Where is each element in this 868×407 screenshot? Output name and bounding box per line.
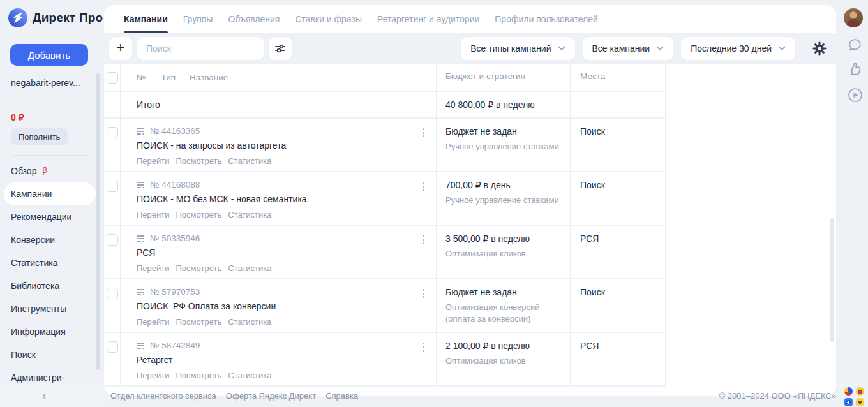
tab-retargeting[interactable]: Ретаргетинг и аудитории [377,5,479,33]
sidebar-item-search[interactable]: Поиск [0,343,102,366]
help-link[interactable]: Справка [326,391,358,401]
campaign-types-dropdown[interactable]: Все типы кампаний [461,37,574,60]
go-to-link[interactable]: Перейти [137,156,170,166]
campaign-type-icon [137,235,146,242]
row-menu-button[interactable] [421,288,426,299]
toolbar: + Все типы кампаний Все кампании [104,33,836,64]
sliders-icon [274,43,286,54]
totals-label: Итого [121,92,436,117]
campaign-name[interactable]: ПОИСК - МО без МСК - новая семантика. [137,194,436,204]
create-campaign-button[interactable]: + [109,37,132,60]
filters-button[interactable] [269,37,292,60]
view-link[interactable]: Посмотреть [176,371,222,380]
campaign-budget: Бюджет не задан [445,126,562,137]
row-menu-button[interactable] [421,341,426,353]
row-checkbox[interactable] [107,127,118,138]
add-button[interactable]: Добавить [10,44,88,66]
settings-button[interactable] [811,37,828,60]
campaign-number: № 44163365 [150,126,200,136]
statistics-link[interactable]: Статистика [228,317,271,327]
totals-row: Итого 40 800,00 ₽ в неделю [104,92,665,119]
campaign-budget: Бюджет не задан [445,287,562,297]
row-checkbox[interactable] [107,288,118,299]
sidebar-item-statistics[interactable]: Статистика [0,251,102,274]
campaigns-table: № Тип Название Бюджет и стратегия Места … [104,64,666,387]
campaign-name[interactable]: РСЯ [137,248,436,258]
tab-bar: Кампании Группы Объявления Ставки и фраз… [104,5,836,33]
play-circle-icon[interactable] [847,87,864,103]
sidebar-item-overview[interactable]: Обзорβ [0,159,102,182]
row-checkbox[interactable] [107,341,118,353]
campaign-strategy: Ручное управление ставками [445,195,560,206]
account-name: negabarit-perev... [11,78,80,88]
campaign-strategy: Оптимизация конверсий (оплата за конверс… [445,302,560,324]
campaign-name[interactable]: Ретаргет [137,355,436,365]
app-logo[interactable]: Директ Про [8,8,103,27]
go-to-link[interactable]: Перейти [137,371,170,380]
footer-links: Отдел клиентского сервиса Оферта Яндекс … [110,391,358,401]
thumbs-up-icon[interactable] [847,61,863,78]
search-input[interactable] [137,37,264,60]
offer-link[interactable]: Оферта Яндекс Директ [226,391,316,401]
content-scrollbar[interactable] [830,218,834,342]
tab-bids-phrases[interactable]: Ставки и фразы [295,5,362,33]
row-menu-button[interactable] [421,234,426,246]
sidebar-item-recommendations[interactable]: Рекомендации [0,205,102,228]
chevron-down-icon [558,46,565,51]
row-menu-button[interactable] [421,181,426,192]
campaign-budget: 3 500,00 ₽ в неделю [445,233,562,244]
sidebar-item-information[interactable]: Информация [0,320,102,343]
go-to-link[interactable]: Перейти [137,210,170,219]
tab-campaigns[interactable]: Кампании [124,5,168,33]
tray-icon-1[interactable] [844,387,853,396]
gear-icon [812,41,827,56]
tab-groups[interactable]: Группы [183,5,213,33]
go-to-link[interactable]: Перейти [137,317,170,327]
period-dropdown[interactable]: Последние 30 дней [681,37,795,60]
divider [11,155,87,156]
statistics-link[interactable]: Статистика [228,263,271,273]
row-checkbox[interactable] [107,181,118,192]
chat-bubble-icon[interactable] [847,37,863,53]
browser-tray-icons [844,387,865,406]
tray-icon-4[interactable] [856,398,864,406]
tray-icon-3[interactable] [844,398,853,406]
campaign-places: Поиск [570,119,665,171]
sidebar-menu: Обзорβ Кампании Рекомендации Конверсии С… [0,159,102,389]
sidebar-scrollbar[interactable] [96,73,100,370]
campaign-places: РСЯ [570,333,665,385]
sidebar-item-campaigns[interactable]: Кампании [0,182,102,205]
column-header-budget: Бюджет и стратегия [436,64,570,91]
view-link[interactable]: Посмотреть [176,317,222,327]
main-panel: Кампании Группы Объявления Ставки и фраз… [104,5,836,396]
topup-button[interactable]: Пополнить [11,128,68,145]
table-row: № 50335946 РСЯ Перейти Посмотреть Статис… [104,226,665,279]
view-link[interactable]: Посмотреть [176,210,222,219]
campaign-number: № 57970753 [150,287,200,297]
user-avatar[interactable] [844,8,863,27]
campaign-type-icon [137,288,146,296]
campaign-number: № 50335946 [150,233,200,243]
campaigns-dropdown[interactable]: Все кампании [583,37,674,60]
row-checkbox[interactable] [107,234,118,246]
tab-user-profiles[interactable]: Профили пользователей [495,5,598,33]
go-to-link[interactable]: Перейти [137,263,170,273]
campaign-strategy: Оптимизация кликов [445,248,560,260]
tray-icon-2[interactable] [856,387,864,396]
view-link[interactable]: Посмотреть [176,263,222,273]
statistics-link[interactable]: Статистика [228,371,271,380]
sidebar-item-conversions[interactable]: Конверсии [0,228,102,251]
client-service-link[interactable]: Отдел клиентского сервиса [110,391,216,401]
statistics-link[interactable]: Статистика [228,210,271,219]
row-menu-button[interactable] [421,127,426,138]
sidebar-item-tools[interactable]: Инструменты [0,297,102,320]
statistics-link[interactable]: Статистика [228,156,271,166]
select-all-checkbox[interactable] [107,72,118,84]
campaign-name[interactable]: ПОИСК - на запросы из автотаргета [137,140,436,151]
tab-ads[interactable]: Объявления [228,5,280,33]
view-link[interactable]: Посмотреть [176,156,222,166]
campaign-places: Поиск [570,172,665,225]
collapse-sidebar-button[interactable]: ‹ [42,390,46,401]
campaign-name[interactable]: ПОИСК_РФ Оплата за конверсии [137,301,436,311]
sidebar-item-library[interactable]: Библиотека [0,274,102,297]
